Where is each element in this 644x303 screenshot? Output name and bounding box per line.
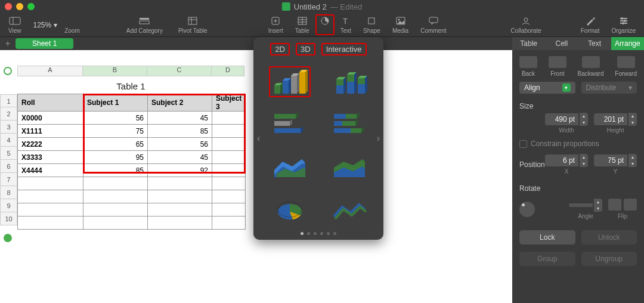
comment-icon	[429, 16, 438, 26]
row-header[interactable]: 7	[0, 173, 17, 186]
header-subject3[interactable]: Subject 3	[212, 94, 246, 112]
zoom-menu[interactable]: 125% ▾	[27, 21, 64, 29]
header-subject2[interactable]: Subject 2	[148, 94, 212, 112]
header-subject1[interactable]: Subject 1	[83, 94, 148, 112]
svg-rect-2	[140, 18, 149, 20]
row-header[interactable]: 8	[0, 186, 17, 199]
x-stepper[interactable]: ▲▼	[580, 154, 588, 167]
shape-button[interactable]: Shape	[357, 16, 386, 34]
view-menu[interactable]: View	[2, 16, 27, 34]
row-header[interactable]: 4	[0, 134, 17, 147]
close-window-button[interactable]	[5, 3, 12, 10]
col-header-c[interactable]: C	[147, 66, 212, 76]
distribute-dropdown[interactable]: Distribute▾	[581, 82, 637, 94]
ungroup-button[interactable]: Ungroup	[581, 252, 637, 266]
add-category-button[interactable]: Add Category	[117, 16, 172, 34]
move-front-button[interactable]: Front	[549, 56, 566, 77]
organize-icon	[619, 16, 628, 26]
svg-marker-56	[301, 126, 303, 133]
flip-vertical-button[interactable]	[624, 199, 637, 211]
inspector-tab-text[interactable]: Text	[578, 37, 611, 50]
insert-button[interactable]: Insert	[262, 16, 289, 34]
table-button[interactable]: Table	[289, 16, 315, 34]
table-row[interactable]: X00005645	[18, 112, 246, 125]
row-header[interactable]: 5	[0, 147, 17, 160]
fullscreen-window-button[interactable]	[27, 3, 35, 10]
table-row[interactable]: X22226556	[18, 138, 246, 151]
chart-tab-2d[interactable]: 2D	[270, 43, 290, 55]
width-stepper[interactable]: ▲▼	[580, 113, 588, 126]
chart-tab-interactive[interactable]: Interactive	[321, 43, 367, 55]
height-field[interactable]: 201 pt	[594, 113, 627, 125]
group-button[interactable]: Group	[519, 252, 575, 266]
constrain-checkbox[interactable]	[519, 140, 527, 148]
comment-button[interactable]: Comment	[414, 16, 452, 34]
chart-page-next[interactable]: ›	[377, 133, 380, 144]
col-header-b[interactable]: B	[83, 66, 147, 76]
table-handle-top[interactable]	[4, 67, 12, 75]
unlock-button[interactable]: Unlock	[581, 230, 637, 245]
chart-type-3d-stacked-bar[interactable]	[329, 109, 370, 140]
move-back-button[interactable]: Back	[519, 56, 537, 77]
chart-type-3d-line[interactable]	[329, 195, 370, 226]
table-row[interactable]: .	[18, 217, 246, 230]
minimize-window-button[interactable]	[16, 3, 23, 10]
table-icon	[298, 16, 307, 26]
table-row[interactable]: X11117585	[18, 125, 246, 138]
col-header-d[interactable]: D	[212, 66, 244, 76]
collaborate-button[interactable]: Collaborate	[501, 16, 551, 34]
text-button[interactable]: T Text	[335, 16, 357, 34]
chart-type-3d-bar[interactable]	[269, 109, 311, 140]
table-row[interactable]: X33339545	[18, 151, 246, 164]
col-header-a[interactable]: A	[17, 66, 83, 76]
table-title[interactable]: Table 1	[17, 79, 244, 94]
table-handle-bottom[interactable]	[4, 234, 12, 242]
height-stepper[interactable]: ▲▼	[628, 113, 637, 126]
row-header[interactable]: 10	[0, 212, 17, 225]
inspector-tab-cell[interactable]: Cell	[545, 37, 578, 50]
x-field[interactable]: 6 pt	[545, 154, 578, 166]
add-sheet-button[interactable]: ＋	[4, 38, 12, 49]
chart-type-3d-stacked-area[interactable]	[329, 152, 370, 183]
chart-tab-3d[interactable]: 3D	[296, 43, 315, 55]
edited-indicator: — Edited	[330, 2, 362, 11]
row-header[interactable]: 6	[0, 160, 17, 173]
page-dots[interactable]	[253, 232, 383, 235]
row-header[interactable]: 9	[0, 199, 17, 212]
lock-button[interactable]: Lock	[519, 230, 575, 245]
pivot-table-button[interactable]: Pivot Table	[172, 16, 213, 34]
angle-field[interactable]	[569, 203, 593, 207]
align-dropdown[interactable]: Align▾	[519, 82, 575, 94]
y-stepper[interactable]: ▲▼	[628, 154, 637, 167]
chart-type-3d-pie[interactable]	[269, 195, 311, 226]
move-forward-button[interactable]: Forward	[615, 56, 637, 77]
header-roll[interactable]: Roll	[18, 94, 83, 112]
angle-stepper[interactable]: ▲▼	[594, 199, 602, 212]
media-button[interactable]: Media	[386, 16, 414, 34]
row-header[interactable]: 3	[0, 120, 17, 134]
chart-type-3d-column[interactable]	[269, 66, 311, 97]
svg-marker-42	[343, 77, 346, 94]
move-backward-button[interactable]: Backward	[578, 56, 604, 77]
inspector-tab-arrange[interactable]: Arrange	[611, 37, 644, 50]
row-header[interactable]: 1	[0, 94, 17, 107]
width-field[interactable]: 490 pt	[545, 113, 578, 125]
organize-button[interactable]: Organize	[605, 16, 642, 34]
inspector-tab-table[interactable]: Table	[512, 37, 545, 50]
rotate-dial[interactable]	[519, 202, 535, 217]
row-headers[interactable]: 1 2 3 4 5 6 7 8 9 10	[0, 94, 17, 225]
table-row[interactable]: .	[18, 190, 246, 203]
format-button[interactable]: Format	[575, 16, 606, 34]
y-field[interactable]: 75 pt	[594, 154, 627, 166]
flip-horizontal-button[interactable]	[608, 199, 621, 211]
chart-type-3d-stacked-column[interactable]	[329, 66, 370, 97]
table-row[interactable]: .	[18, 203, 246, 217]
table-row[interactable]: X44448592	[18, 164, 246, 177]
sheet-tab[interactable]: Sheet 1	[16, 38, 73, 49]
chart-button[interactable]: C	[315, 14, 335, 35]
format-label: Format	[581, 27, 600, 34]
row-header[interactable]: 2	[0, 107, 17, 120]
table-row[interactable]: .	[18, 177, 246, 190]
chart-page-prev[interactable]: ‹	[257, 133, 260, 144]
chart-type-3d-area[interactable]	[269, 152, 311, 183]
